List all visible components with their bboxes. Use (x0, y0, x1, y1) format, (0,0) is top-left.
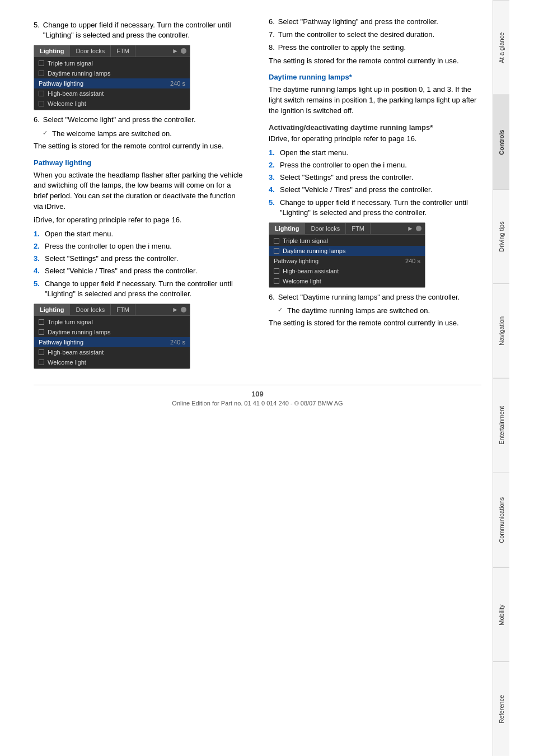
idrive-label-triple-3: Triple turn signal (283, 237, 420, 244)
sidebar-tab-driving-tips[interactable]: Driving tips (493, 189, 509, 284)
pathway-step-num-4: 4. (34, 266, 41, 276)
sidebar-tab-navigation[interactable]: Navigation (493, 283, 509, 378)
main-content: 5. Change to upper field if necessary. T… (0, 0, 493, 756)
step-num-7: 7. (269, 30, 275, 40)
note6c: ✓ The daytime running lamps are switched… (278, 306, 481, 316)
idrive-row-pathway-1: Pathway lighting 240 s (34, 78, 190, 88)
idrive-row-welcome-2: Welcome light (34, 357, 190, 367)
daytime-steps: 1. Open the start menu. 2. Press the con… (269, 148, 481, 218)
pathway-step-num-2: 2. (34, 241, 41, 251)
daytime-step-text-1: Open the start menu. (280, 148, 481, 158)
idrive-row-daytime-3: Daytime running lamps (269, 246, 425, 256)
daytime-step-3: 3. Select "Settings" and press the contr… (269, 172, 481, 183)
pathway-steps: 1. Open the start menu. 2. Press the con… (34, 229, 246, 299)
daytime-step-num-3: 3. (269, 172, 277, 183)
idrive-tab-lighting-3[interactable]: Lighting (269, 223, 305, 234)
pathway-para2: iDrive, for operating principle refer to… (34, 215, 246, 226)
idrive-label-daytime-1: Daytime running lamps (48, 70, 185, 77)
idrive-row-triple-1: Triple turn signal (34, 58, 190, 68)
daytime-step-num-5: 5. (269, 198, 277, 218)
daytime-heading: Daytime running lamps* (269, 73, 481, 81)
step-text-6a: Select "Welcome light" and press the con… (43, 115, 196, 125)
idrive-label-pathway-2: Pathway lighting (39, 339, 167, 346)
pathway-step-3: 3. Select "Settings" and press the contr… (34, 254, 246, 264)
idrive-label-pathway-1: Pathway lighting (39, 80, 167, 87)
pathway-step-5: 5. Change to upper field if necessary. T… (34, 279, 246, 299)
step6c-container: 6. Select "Daytime running lamps" and pr… (269, 292, 481, 302)
daytime-step-text-2: Press the controller to open the i menu. (280, 160, 481, 170)
pathway-step-text-4: Select "Vehicle / Tires" and press the c… (45, 266, 246, 276)
idrive-row-welcome-3: Welcome light (269, 276, 425, 286)
idrive-label-highbeam-3: High-beam assistant (283, 268, 420, 274)
idrive-checkbox-daytime-2 (39, 329, 44, 335)
pathway-section: Pathway lighting When you activate the h… (34, 158, 246, 299)
idrive-label-triple-2: Triple turn signal (48, 319, 185, 325)
sidebar-tab-entertainment[interactable]: Entertainment (493, 378, 509, 473)
stored-note-b: The setting is stored for the remote con… (269, 56, 481, 67)
daytime-step-num-2: 2. (269, 160, 277, 170)
idrive-ui-2: Lighting Door locks FTM ► Triple turn si… (34, 304, 190, 369)
idrive-label-welcome-2: Welcome light (48, 359, 185, 366)
idrive-label-highbeam-1: High-beam assistant (48, 90, 185, 97)
idrive-dot-3 (416, 226, 421, 231)
idrive-ui-3: Lighting Door locks FTM ► Triple turn si… (269, 222, 425, 288)
pathway-step-text-5: Change to upper field if necessary. Turn… (45, 279, 246, 299)
idrive-value-pathway-1: 240 s (170, 80, 185, 87)
idrive-dot-2 (181, 307, 186, 312)
step-text-6c: Select "Daytime running lamps" and press… (278, 292, 460, 302)
sidebar: At a glance Controls Driving tips Naviga… (493, 0, 509, 756)
step-text-8: Press the controller to apply the settin… (278, 43, 406, 53)
step6a-container: 6. Select "Welcome light" and press the … (34, 115, 246, 125)
idrive-tab-lighting-2[interactable]: Lighting (34, 304, 70, 315)
idrive-tab-lighting-1[interactable]: Lighting (34, 45, 70, 57)
sidebar-tab-reference[interactable]: Reference (493, 661, 509, 756)
idrive-arrow-1: ► (172, 47, 179, 55)
intro-steps: 5. Change to upper field if necessary. T… (34, 20, 246, 40)
pathway-step-num-5: 5. (34, 279, 41, 299)
idrive-tabs-1: Lighting Door locks FTM ► (34, 45, 190, 57)
sidebar-tab-controls[interactable]: Controls (493, 95, 509, 189)
col-right: 6. Select "Pathway lighting" and press t… (263, 17, 481, 374)
idrive-tab-ftm-1[interactable]: FTM (111, 45, 135, 57)
idrive-row-highbeam-1: High-beam assistant (34, 88, 190, 99)
idrive-rows-2: Triple turn signal Daytime running lamps… (34, 316, 190, 368)
step8-container: 8. Press the controller to apply the set… (269, 43, 481, 53)
daytime-para2: iDrive, for operating principle refer to… (269, 134, 481, 144)
idrive-checkbox-highbeam-3 (274, 268, 279, 274)
idrive-tab-doorlocks-1[interactable]: Door locks (70, 45, 111, 57)
daytime-step-text-5: Change to upper field if necessary. Turn… (280, 198, 481, 218)
checkmark-icon-1: ✓ (43, 129, 48, 137)
step-num-5-left: 5. (34, 20, 40, 40)
pathway-step-num-1: 1. (34, 229, 41, 239)
idrive-tab-doorlocks-2[interactable]: Door locks (70, 304, 111, 315)
sidebar-tab-mobility[interactable]: Mobility (493, 567, 509, 662)
idrive-tabs-3: Lighting Door locks FTM ► (269, 223, 425, 235)
idrive-checkbox-triple-1 (39, 60, 44, 66)
checkmark-icon-2: ✓ (278, 306, 283, 314)
idrive-checkbox-welcome-3 (274, 278, 279, 284)
idrive-tab-ftm-3[interactable]: FTM (346, 223, 371, 234)
pathway-step-text-2: Press the controller to open the i menu. (45, 241, 246, 251)
daytime-sub-heading: Activating/deactivating daytime running … (269, 123, 481, 132)
sidebar-tab-communications[interactable]: Communications (493, 473, 509, 567)
note6a: ✓ The welcome lamps are switched on. (43, 129, 246, 139)
step-num-6c: 6. (269, 292, 275, 302)
daytime-step-num-4: 4. (269, 185, 277, 195)
footer: 109 Online Edition for Part no. 01 41 0 … (34, 385, 481, 407)
idrive-tab-ftm-2[interactable]: FTM (111, 304, 135, 315)
pathway-step-text-1: Open the start menu. (45, 229, 246, 239)
idrive-value-pathway-3: 240 s (405, 258, 420, 264)
step-text-5-left: Change to upper field if necessary. Turn… (43, 20, 246, 40)
idrive-checkbox-daytime-3 (274, 248, 279, 254)
idrive-value-pathway-2: 240 s (170, 339, 185, 346)
idrive-tab-doorlocks-3[interactable]: Door locks (305, 223, 346, 234)
idrive-label-welcome-3: Welcome light (283, 278, 420, 284)
pathway-step-2: 2. Press the controller to open the i me… (34, 241, 246, 251)
sidebar-tab-at-a-glance[interactable]: At a glance (493, 0, 509, 95)
note6a-text: The welcome lamps are switched on. (52, 129, 172, 139)
idrive-row-highbeam-2: High-beam assistant (34, 347, 190, 357)
step-text-6b: Select "Pathway lighting" and press the … (278, 17, 438, 27)
daytime-step-2: 2. Press the controller to open the i me… (269, 160, 481, 170)
daytime-section: Daytime running lamps* The daytime runni… (269, 73, 481, 218)
daytime-step-text-3: Select "Settings" and press the controll… (280, 172, 481, 183)
